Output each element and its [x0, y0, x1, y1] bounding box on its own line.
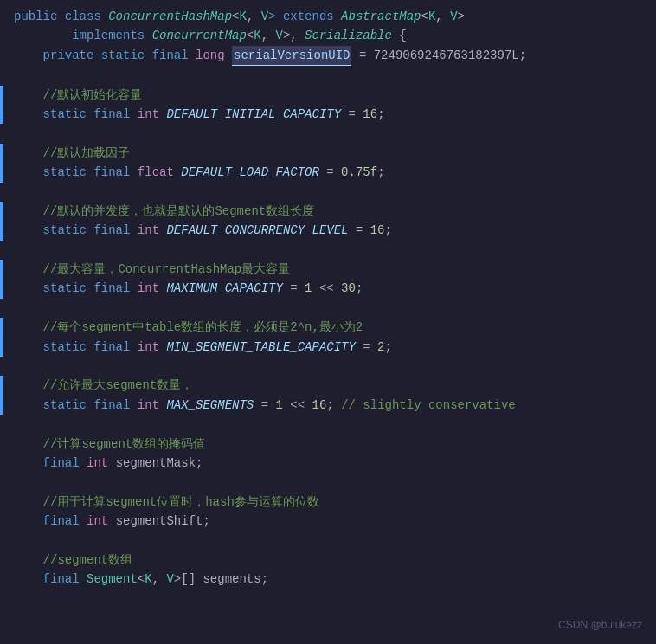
code-token: V — [261, 7, 268, 26]
code-line — [0, 124, 656, 143]
code-token: int — [138, 338, 159, 357]
code-token: static final — [14, 338, 138, 357]
watermark: CSDN @bulukezz — [558, 617, 642, 634]
code-line: static final int MAX_SEGMENTS = 1 << 16;… — [0, 396, 656, 415]
code-token: = — [319, 163, 341, 182]
code-token — [159, 221, 166, 240]
code-token: 16 — [312, 396, 327, 415]
code-token: MAX_SEGMENTS — [166, 396, 254, 415]
code-token: static final — [14, 279, 138, 298]
code-token: , — [261, 26, 276, 45]
code-token — [159, 279, 166, 298]
code-token: static final — [14, 396, 138, 415]
code-token: << — [283, 396, 312, 415]
code-line: //默认的并发度，也就是默认的Segment数组长度 — [0, 202, 656, 221]
code-line: static final int MAXIMUM_CAPACITY = 1 <<… — [0, 279, 656, 298]
code-token: 16 — [370, 221, 385, 240]
code-token: segmentMask; — [108, 454, 203, 473]
code-line: //用于计算segment位置时，hash参与运算的位数 — [0, 493, 656, 512]
code-token: //允许最大segment数量， — [14, 376, 193, 395]
code-token: 0.75f — [341, 163, 377, 182]
code-token: ConcurrentHashMap — [108, 7, 232, 26]
code-line: //允许最大segment数量， — [0, 376, 656, 395]
code-token: = — [356, 338, 377, 357]
code-token: static final — [14, 221, 138, 240]
code-token: < — [138, 570, 145, 589]
code-line — [0, 66, 656, 85]
code-token: MIN_SEGMENT_TABLE_CAPACITY — [166, 338, 355, 357]
code-token: V — [450, 7, 457, 26]
code-token: V — [166, 570, 173, 589]
code-token: DEFAULT_CONCURRENCY_LEVEL — [166, 221, 348, 240]
code-token: int — [138, 279, 159, 298]
code-line: //默认加载因子 — [0, 144, 656, 163]
code-line — [0, 241, 656, 260]
code-token: DEFAULT_INITIAL_CAPACITY — [166, 105, 341, 124]
code-token: >, — [283, 26, 305, 45]
code-token — [159, 338, 166, 357]
code-token: //用于计算segment位置时，hash参与运算的位数 — [14, 493, 319, 512]
code-token: MAXIMUM_CAPACITY — [166, 279, 282, 298]
code-line — [0, 299, 656, 318]
code-token: DEFAULT_LOAD_FACTOR — [181, 163, 319, 182]
code-token: ; — [326, 396, 341, 415]
code-token: final — [14, 454, 87, 473]
code-token: > — [458, 7, 465, 26]
code-token: //默认加载因子 — [14, 144, 130, 163]
code-token: final — [14, 512, 87, 531]
code-line: public class ConcurrentHashMap<K, V> ext… — [0, 7, 656, 26]
code-container: public class ConcurrentHashMap<K, V> ext… — [0, 0, 656, 644]
code-line: //每个segment中table数组的长度，必须是2^n,最小为2 — [0, 318, 656, 337]
code-token: segmentShift; — [108, 512, 210, 531]
code-token: 2 — [377, 338, 384, 357]
code-line: implements ConcurrentMap<K, V>, Serializ… — [0, 26, 656, 45]
code-token: AbstractMap — [341, 7, 421, 26]
code-token: private static final — [14, 46, 196, 65]
code-token: { — [392, 26, 407, 45]
code-token: ; — [385, 338, 392, 357]
code-line: //segment数组 — [0, 551, 656, 570]
code-token: V — [275, 26, 282, 45]
code-token: K — [239, 7, 246, 26]
highlighted-token: serialVersionUID — [232, 46, 351, 66]
code-token: 1 — [305, 279, 312, 298]
code-token: < — [421, 7, 428, 26]
code-token: 16 — [363, 105, 377, 124]
code-line — [0, 531, 656, 551]
code-line: final int segmentShift; — [0, 512, 656, 531]
code-token: int — [138, 105, 159, 124]
code-token: K — [428, 7, 435, 26]
code-token: , — [247, 7, 261, 26]
code-token: //最大容量，ConcurrentHashMap最大容量 — [14, 260, 290, 279]
code-token — [174, 163, 181, 182]
code-token: int — [87, 454, 108, 473]
code-token: float — [138, 163, 174, 182]
code-token: = 7249069246763182397L; — [351, 46, 526, 65]
code-token — [159, 396, 166, 415]
code-token: K — [254, 26, 260, 45]
code-token: ; — [377, 105, 384, 124]
code-line: static final int DEFAULT_CONCURRENCY_LEV… — [0, 221, 656, 240]
code-token: long — [196, 46, 225, 65]
code-line: //默认初始化容量 — [0, 86, 656, 105]
code-token: ; — [356, 279, 363, 298]
code-token: Segment — [87, 570, 138, 589]
code-token: //默认的并发度，也就是默认的Segment数组长度 — [14, 202, 314, 221]
code-token: < — [247, 26, 254, 45]
code-token: int — [87, 512, 108, 531]
code-token: ; — [385, 221, 392, 240]
code-token: implements — [14, 26, 152, 45]
code-token: int — [138, 396, 159, 415]
code-line: final Segment<K, V>[] segments; — [0, 570, 656, 589]
code-line: final int segmentMask; — [0, 454, 656, 473]
code-token: 1 — [276, 396, 283, 415]
code-token: public class — [14, 7, 108, 26]
code-token: final — [14, 570, 87, 589]
code-line — [0, 183, 656, 202]
code-token: = — [254, 396, 275, 415]
code-token: >[] segments; — [174, 570, 268, 589]
code-token: static final — [14, 163, 138, 182]
code-line: private static final long serialVersionU… — [0, 46, 656, 66]
code-token: // slightly conservative — [341, 396, 516, 415]
code-token: K — [145, 570, 151, 589]
